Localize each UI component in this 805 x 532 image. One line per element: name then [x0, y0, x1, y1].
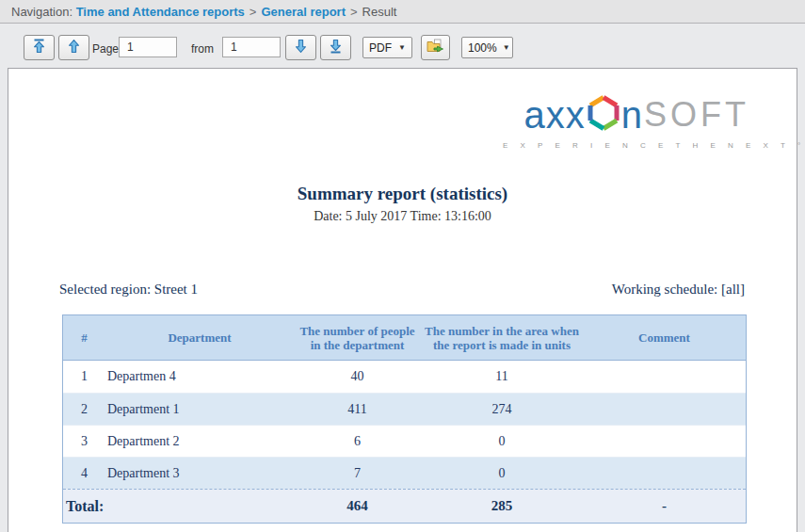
arrow-up-icon [67, 39, 81, 57]
cell-in-area: 274 [421, 402, 583, 417]
logo-text-n: n [621, 96, 642, 134]
report-page: axx n SOFT E X P E R I E N C E T H E N E… [8, 68, 797, 532]
column-header-in-area: The number in the area when the report i… [421, 324, 583, 352]
column-header-people: The number of people in the department [294, 324, 421, 352]
breadcrumb-separator: > [346, 5, 362, 19]
logo-text-axx: axx [524, 96, 586, 134]
export-folder-icon [427, 39, 444, 56]
total-people: 464 [294, 498, 421, 514]
statistics-table: # Department The number of people in the… [62, 314, 747, 524]
column-header-comment: Comment [583, 330, 746, 345]
axxonsoft-logo: axx n SOFT E X P E R I E N C E T H E N E… [503, 95, 749, 150]
breadcrumb-link-time-attendance[interactable]: Time and Attendance reports [76, 5, 245, 19]
table-row: 1 Departmen 4 40 11 [63, 361, 746, 393]
from-label: from [191, 42, 214, 56]
current-page-input[interactable] [119, 37, 177, 57]
breadcrumb-link-general-report[interactable]: General report [261, 5, 346, 19]
cell-department: Department 1 [105, 402, 294, 417]
cell-in-area: 0 [421, 466, 583, 481]
cell-people: 411 [294, 402, 421, 417]
export-button[interactable] [421, 35, 450, 60]
total-in-area: 285 [421, 498, 583, 514]
first-page-button[interactable] [24, 35, 55, 60]
zoom-level-value: 100% [468, 41, 497, 55]
total-comment: - [583, 498, 746, 514]
report-title: Summary report (statistics) [8, 184, 797, 204]
arrow-up-to-bar-icon [32, 39, 46, 57]
column-header-department: Department [105, 330, 294, 345]
arrow-down-icon [294, 39, 308, 57]
page-label: Page [92, 42, 119, 56]
table-row: 4 Department 3 7 0 [63, 457, 746, 489]
last-page-button[interactable] [320, 35, 351, 60]
total-label: Total: [63, 498, 294, 515]
cell-people: 40 [294, 369, 421, 384]
report-toolbar: Page from PDF ▼ 100% ▼ [0, 24, 805, 68]
cell-number: 3 [63, 434, 105, 449]
hexagon-logo-icon [588, 95, 620, 135]
cell-number: 4 [63, 466, 105, 481]
breadcrumb-separator: > [245, 5, 262, 19]
previous-page-button[interactable] [58, 35, 89, 60]
breadcrumb: Navigation: Time and Attendance reports>… [0, 0, 805, 24]
export-format-value: PDF [369, 41, 392, 55]
cell-number: 1 [63, 369, 105, 384]
cell-department: Departmen 4 [105, 369, 294, 384]
table-header-row: # Department The number of people in the… [63, 315, 746, 361]
table-row: 2 Department 1 411 274 [63, 393, 746, 425]
chevron-down-icon: ▼ [503, 43, 510, 52]
zoom-level-select[interactable]: 100% ▼ [461, 37, 513, 58]
cell-people: 7 [294, 466, 421, 481]
cell-in-area: 11 [421, 369, 583, 384]
table-row: 3 Department 2 6 0 [63, 425, 746, 457]
column-header-number: # [63, 330, 105, 345]
table-total-row: Total: 464 285 - [63, 489, 746, 523]
chevron-down-icon: ▼ [398, 43, 406, 52]
working-schedule-label: Working schedule: [all] [612, 282, 745, 298]
cell-department: Department 2 [105, 434, 294, 449]
arrow-down-to-bar-icon [329, 39, 343, 57]
total-pages-input[interactable] [222, 37, 281, 57]
report-datetime: Date: 5 July 2017 Time: 13:16:00 [8, 209, 797, 224]
logo-tagline: E X P E R I E N C E T H E N E X T ° [503, 141, 749, 150]
export-format-select[interactable]: PDF ▼ [362, 37, 412, 58]
next-page-button[interactable] [285, 35, 316, 60]
cell-in-area: 0 [421, 434, 583, 449]
cell-department: Department 3 [105, 466, 294, 481]
breadcrumb-current: Result [362, 5, 397, 19]
cell-people: 6 [294, 434, 421, 449]
selected-region-label: Selected region: Street 1 [59, 282, 198, 298]
cell-number: 2 [63, 402, 105, 417]
breadcrumb-prefix: Navigation: [11, 5, 76, 19]
logo-text-soft: SOFT [644, 96, 749, 134]
